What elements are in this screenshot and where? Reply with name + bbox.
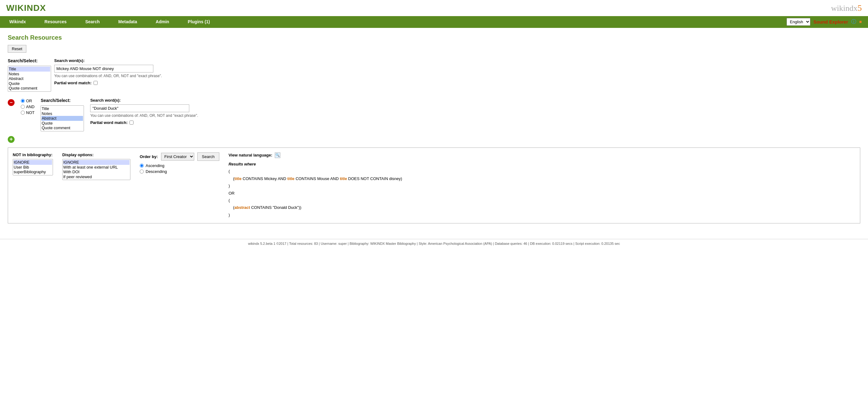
nav-admin[interactable]: Admin [147, 16, 179, 27]
results-text: Results where ( (title CONTAINS Mickey A… [228, 160, 855, 218]
page-title: Search Resources [8, 34, 860, 41]
footer-text: wikindx 5.2.beta 1 ©2017 | Total resourc… [248, 242, 620, 245]
radio-descending[interactable] [140, 170, 144, 174]
nav-metadata[interactable]: Metadata [109, 16, 147, 27]
search-section-2: − OR AND NOT Search/Select: Title Notes … [8, 98, 860, 131]
not-bib-list[interactable]: IGNORE User Bib superBibliography [13, 159, 53, 175]
option-quotecomment-2[interactable]: Quote comment [41, 125, 83, 130]
results-italic: Results where [228, 162, 256, 167]
descending-radio[interactable]: Descending [140, 169, 219, 174]
operator-or[interactable]: OR [21, 98, 34, 103]
help-icon[interactable]: ⓘ [851, 19, 856, 25]
nav-resources[interactable]: Resources [35, 16, 76, 27]
nav-search[interactable]: Search [76, 16, 109, 27]
descending-label: Descending [146, 169, 167, 174]
results-title2: title [287, 176, 294, 181]
search-words-1: Search word(s): You can use combinations… [54, 58, 162, 85]
option-abstract-1[interactable]: Abstract [9, 76, 50, 81]
search-hint-1: You can use combinations of: AND, OR, NO… [54, 74, 162, 78]
results-title1: title [235, 176, 242, 181]
nav-wikindx[interactable]: Wikindx [0, 16, 35, 27]
wikindx5-logo: wikindx5 [831, 3, 862, 13]
natural-lang-label: View natural language: [228, 153, 272, 157]
order-by-dropdown[interactable]: First Creator [161, 153, 194, 160]
partial-match-checkbox-2[interactable] [129, 121, 133, 125]
option-notes-2[interactable]: Notes [41, 111, 83, 116]
nav-plugins[interactable]: Plugins (1) [179, 16, 219, 27]
search-section-1: Search/Select: Title Notes Abstract Quot… [8, 58, 860, 92]
natural-language-section: View natural language: 🔍 Results where (… [228, 152, 855, 218]
logo-ndx-part: ndx [845, 4, 858, 13]
ascending-label: Ascending [146, 163, 164, 168]
ascending-radio[interactable]: Ascending [140, 163, 219, 168]
language-dropdown[interactable]: English [786, 18, 810, 26]
not-in-bibliography: NOT in bibliography: IGNORE User Bib sup… [13, 152, 53, 175]
search-select-2: Search/Select: Title Notes Abstract Quot… [40, 98, 84, 131]
logo-five-part: 5 [858, 3, 862, 13]
option-quotecomment-1[interactable]: Quote comment [9, 86, 50, 91]
search-select-label-1: Search/Select: [8, 58, 51, 63]
search-hint-2: You can use combinations of: AND, OR, NO… [90, 113, 198, 118]
search-field-list-2[interactable]: Title Notes Abstract Quote Quote comment [40, 106, 84, 131]
display-doi[interactable]: With DOI [63, 170, 129, 174]
search-words-label-1: Search word(s): [54, 58, 162, 63]
radio-not[interactable] [21, 111, 25, 115]
footer: wikindx 5.2.beta 1 ©2017 | Total resourc… [0, 239, 868, 248]
search-select-1: Search/Select: Title Notes Abstract Quot… [8, 58, 51, 92]
radio-and[interactable] [21, 105, 25, 109]
operator-selector: OR AND NOT [21, 98, 34, 115]
radio-ascending[interactable] [140, 164, 144, 168]
search-input-1[interactable] [54, 65, 153, 72]
display-peer-reviewed[interactable]: If peer reviewed [63, 174, 129, 179]
display-external-url[interactable]: With at least one external URL [63, 165, 129, 170]
not-bib-superbib[interactable]: superBibliography [13, 170, 52, 174]
option-title-1[interactable]: Title [9, 67, 50, 71]
sound-explorer-link[interactable]: Sound Explorer [813, 19, 848, 25]
option-quote-1[interactable]: Quote [9, 81, 50, 86]
option-notes-1[interactable]: Notes [9, 71, 50, 77]
partial-match-1: Partial word match: [54, 81, 162, 85]
order-by-label: Order by: [140, 154, 158, 159]
radio-or[interactable] [21, 99, 25, 103]
reset-button[interactable]: Reset [8, 45, 26, 53]
option-title-2[interactable]: Title [41, 106, 83, 111]
search-input-2[interactable] [90, 105, 189, 112]
nav-bar: Wikindx Resources Search Metadata Admin … [0, 16, 868, 27]
not-bib-userbib[interactable]: User Bib [13, 165, 52, 170]
operator-not[interactable]: NOT [21, 110, 34, 115]
logo-right: wikindx5 [831, 3, 862, 13]
not-bib-label: NOT in bibliography: [13, 152, 53, 157]
display-ignore[interactable]: IGNORE [63, 160, 129, 165]
display-options-list[interactable]: IGNORE With at least one external URL Wi… [62, 159, 130, 180]
search-words-2: Search word(s): You can use combinations… [90, 98, 198, 125]
partial-match-checkbox-1[interactable] [94, 81, 98, 85]
language-selector[interactable]: English [786, 18, 810, 26]
app-logo: WIKINDX [6, 3, 46, 13]
nav-right-section: English Sound Explorer ⓘ ■ [786, 18, 868, 26]
search-select-label-2: Search/Select: [40, 98, 84, 103]
search-field-list-1[interactable]: Title Notes Abstract Quote Quote comment [8, 66, 51, 92]
partial-match-label-2: Partial word match: [90, 120, 128, 125]
remove-search-button[interactable]: − [8, 99, 14, 106]
logo-wiki-part: wiki [831, 4, 845, 13]
options-box: NOT in bibliography: IGNORE User Bib sup… [8, 148, 860, 224]
display-options-label: Display options: [62, 152, 130, 157]
magnifier-icon[interactable]: 🔍 [275, 152, 280, 158]
header: WIKINDX wikindx5 [0, 0, 868, 16]
order-select-wrap: First Creator [161, 153, 194, 160]
search-row-1: Search/Select: Title Notes Abstract Quot… [8, 58, 860, 92]
not-bib-ignore[interactable]: IGNORE [13, 160, 52, 165]
search-button[interactable]: Search [197, 152, 219, 161]
display-options: Display options: IGNORE With at least on… [62, 152, 130, 180]
option-abstract-2[interactable]: Abstract [41, 116, 83, 121]
option-quote-2[interactable]: Quote [41, 121, 83, 126]
natural-lang-header: View natural language: 🔍 [228, 152, 855, 158]
rss-icon[interactable]: ■ [859, 19, 862, 24]
operator-and[interactable]: AND [21, 105, 34, 109]
results-title3: title [340, 176, 347, 181]
results-abstract: abstract [235, 205, 250, 210]
main-content: Search Resources Reset Search/Select: Ti… [0, 28, 868, 230]
add-search-button[interactable]: + [8, 136, 14, 143]
search-words-label-2: Search word(s): [90, 98, 198, 102]
partial-match-2: Partial word match: [90, 120, 198, 125]
